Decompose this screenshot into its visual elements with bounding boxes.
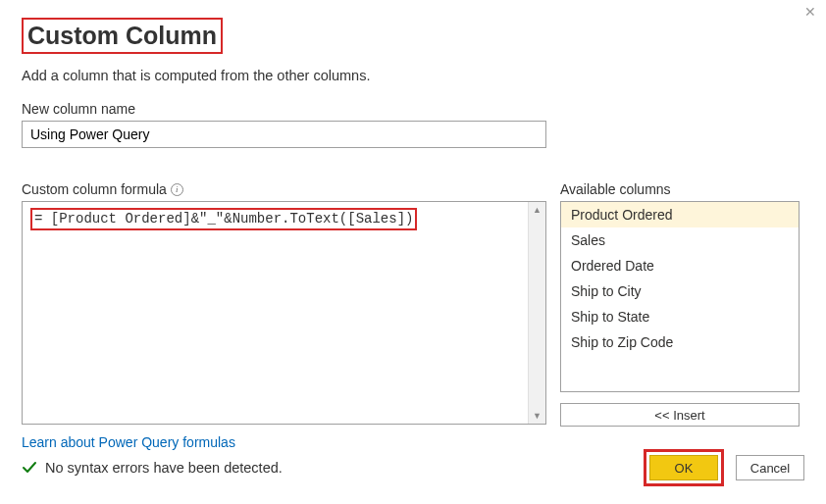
learn-link[interactable]: Learn about Power Query formulas [22,434,546,450]
available-columns-list[interactable]: Product Ordered Sales Ordered Date Ship … [560,201,800,392]
formula-scrollbar[interactable]: ▲ ▼ [528,202,545,424]
formula-text: = [Product Ordered]&"_"&Number.ToText([S… [30,208,417,230]
status-text: No syntax errors have been detected. [45,460,283,476]
close-icon[interactable]: ✕ [804,4,816,20]
dialog-title: Custom Column [22,18,223,54]
list-item[interactable]: Ship to City [561,278,799,304]
formula-label: Custom column formula [22,181,167,197]
list-item[interactable]: Sales [561,227,799,253]
available-columns-label: Available columns [560,181,800,197]
new-column-name-label: New column name [22,101,804,117]
formula-editor[interactable]: = [Product Ordered]&"_"&Number.ToText([S… [22,201,546,425]
new-column-name-input[interactable] [22,121,546,148]
insert-button[interactable]: << Insert [560,403,800,427]
list-item[interactable]: Ordered Date [561,253,799,278]
info-icon[interactable]: i [171,183,183,196]
dialog-subtitle: Add a column that is computed from the o… [22,68,804,83]
list-item[interactable]: Product Ordered [561,202,799,227]
list-item[interactable]: Ship to State [561,304,799,329]
scroll-down-icon[interactable]: ▼ [529,408,545,424]
scroll-up-icon[interactable]: ▲ [529,202,545,218]
ok-button[interactable]: OK [649,455,718,480]
check-icon [22,460,37,476]
list-item[interactable]: Ship to Zip Code [561,329,799,355]
cancel-button[interactable]: Cancel [736,455,804,480]
